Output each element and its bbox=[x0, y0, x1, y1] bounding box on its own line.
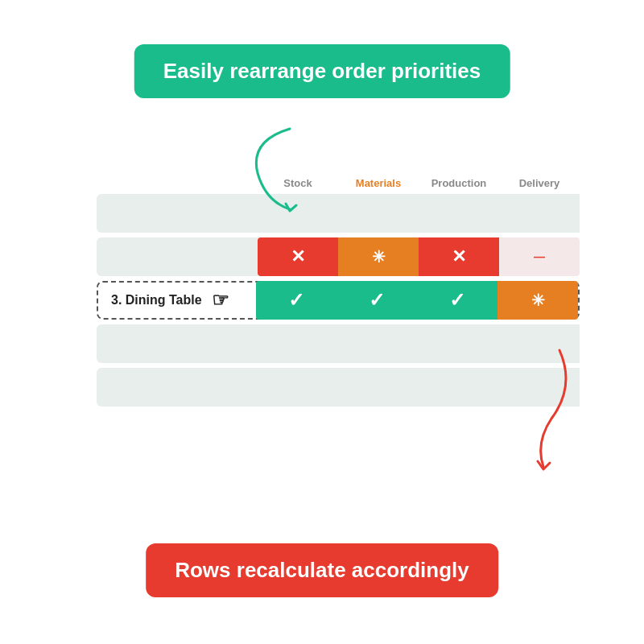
top-callout-text: Easily rearrange order priorities bbox=[163, 59, 481, 83]
cell bbox=[419, 324, 499, 363]
cross-icon: ✕ bbox=[452, 246, 466, 267]
cell-delivery: ✳ bbox=[497, 281, 578, 320]
row-label bbox=[97, 237, 258, 276]
col-header-delivery: Delivery bbox=[499, 177, 580, 189]
cell bbox=[338, 324, 419, 363]
bottom-callout: Rows recalculate accordingly bbox=[146, 543, 498, 597]
teal-arrow-icon bbox=[225, 125, 330, 221]
cell bbox=[499, 194, 580, 233]
cell-stock: ✓ bbox=[256, 281, 336, 320]
row-label bbox=[97, 368, 258, 407]
cross-icon: ✕ bbox=[291, 246, 305, 267]
check-icon: ✓ bbox=[449, 289, 465, 312]
row-label-text: 3. Dining Table bbox=[111, 293, 202, 308]
row-cells: ✓ ✓ ✓ ✳ bbox=[256, 281, 578, 320]
check-icon: ✓ bbox=[288, 289, 304, 312]
cell-materials: ✓ bbox=[336, 281, 417, 320]
cell-stock: ✕ bbox=[258, 237, 338, 276]
cell bbox=[258, 368, 338, 407]
page-container: Easily rearrange order priorities Stock … bbox=[0, 0, 644, 644]
top-callout: Easily rearrange order priorities bbox=[134, 44, 510, 98]
row-cells: ✕ ✳ ✕ — bbox=[258, 237, 580, 276]
col-header-production: Production bbox=[419, 177, 499, 189]
row-label bbox=[97, 324, 258, 363]
cell-materials: ✳ bbox=[338, 237, 419, 276]
spinner-icon: ✳ bbox=[372, 247, 386, 266]
dash-icon: — bbox=[534, 250, 545, 263]
bottom-callout-text: Rows recalculate accordingly bbox=[175, 558, 469, 582]
cell bbox=[419, 368, 499, 407]
table-row: ✕ ✳ ✕ — bbox=[97, 237, 580, 276]
cell-production: ✓ bbox=[417, 281, 497, 320]
col-header-materials: Materials bbox=[338, 177, 419, 189]
cell bbox=[338, 368, 419, 407]
row-label: 3. Dining Table ☞ bbox=[98, 283, 256, 318]
cell-delivery: — bbox=[499, 237, 580, 276]
cell-production: ✕ bbox=[419, 237, 499, 276]
column-headers: Stock Materials Production Delivery bbox=[97, 177, 580, 189]
dining-table-row[interactable]: 3. Dining Table ☞ ✓ ✓ ✓ ✳ bbox=[97, 281, 580, 320]
table-row bbox=[97, 194, 580, 233]
cell bbox=[338, 194, 419, 233]
check-icon: ✓ bbox=[369, 289, 385, 312]
cell bbox=[419, 194, 499, 233]
spinner-icon: ✳ bbox=[531, 291, 545, 310]
cell bbox=[258, 324, 338, 363]
red-arrow-icon bbox=[503, 346, 584, 475]
cursor-icon: ☞ bbox=[212, 289, 229, 312]
